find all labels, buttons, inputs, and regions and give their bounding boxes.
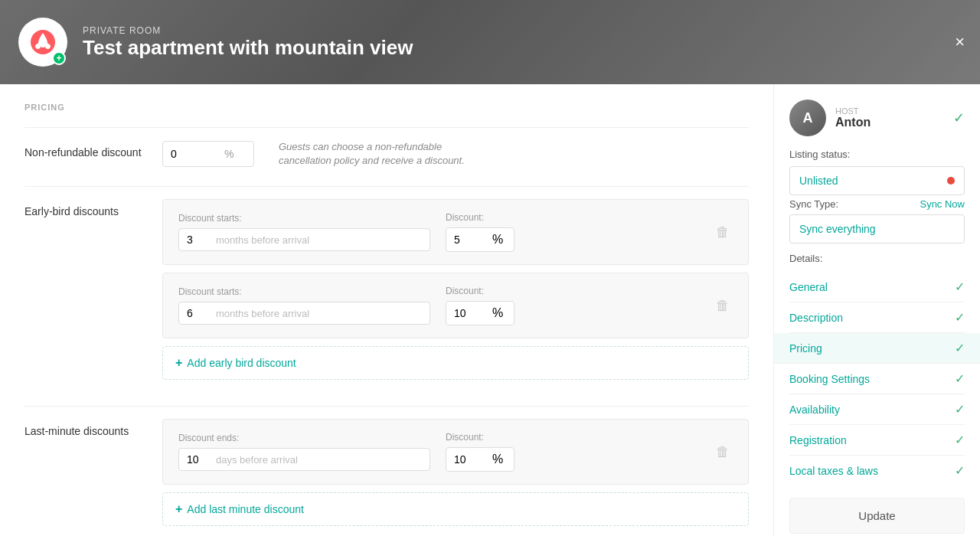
last-minute-controls: Discount ends: days before arrival Disco… xyxy=(162,419,749,534)
detail-item-description[interactable]: Description ✓ xyxy=(789,302,965,333)
last-minute-label: Last-minute discounts xyxy=(24,419,147,437)
detail-item-description-label: Description xyxy=(789,312,843,324)
plus-badge: + xyxy=(52,51,66,65)
detail-item-availability[interactable]: Availability ✓ xyxy=(789,394,965,425)
non-refundable-hint: Guests can choose a non-refundable cance… xyxy=(279,140,493,168)
sync-row: Sync Type: Sync Now xyxy=(789,198,965,210)
listing-status-select[interactable]: Unlisted xyxy=(789,166,965,195)
avatar: A xyxy=(789,100,826,136)
last-minute-row: Last-minute discounts Discount ends: day… xyxy=(24,419,749,534)
sync-now-link[interactable]: Sync Now xyxy=(920,198,965,210)
discount-2-percent-input: % xyxy=(446,301,514,325)
discount-2-months-value[interactable] xyxy=(187,307,210,319)
last-minute-percent-value[interactable] xyxy=(454,453,492,466)
discount-2-percent-group: Discount: % xyxy=(446,286,697,325)
last-minute-days-input: days before arrival xyxy=(178,448,430,471)
detail-item-general-label: General xyxy=(789,281,828,293)
detail-item-registration-label: Registration xyxy=(789,434,847,446)
host-row: A HOST Anton ✓ xyxy=(789,100,965,136)
header-content: + PRIVATE ROOM Test apartment with mount… xyxy=(18,18,413,67)
early-bird-discount-2: Discount starts: months before arrival D… xyxy=(162,273,749,338)
add-last-minute-button[interactable]: + Add last minute discount xyxy=(162,492,749,526)
early-bird-discount-1: Discount starts: months before arrival D… xyxy=(162,199,749,265)
room-type: PRIVATE ROOM xyxy=(83,25,413,36)
detail-item-local-taxes-check: ✓ xyxy=(955,463,965,478)
discount-1-months-value[interactable] xyxy=(187,234,210,246)
divider-mid xyxy=(24,186,749,187)
discount-2-percent-value[interactable] xyxy=(454,307,492,319)
sync-type-value: Sync everything xyxy=(799,223,876,235)
last-minute-percent-suffix: % xyxy=(492,453,503,466)
divider-top xyxy=(24,127,749,128)
last-minute-discount-label: Discount: xyxy=(446,432,697,443)
add-early-bird-label: Add early bird discount xyxy=(187,357,296,369)
non-refundable-label: Non-refundable discount xyxy=(24,140,147,159)
delete-last-minute-1-button[interactable]: 🗑 xyxy=(713,441,733,463)
header-text: PRIVATE ROOM Test apartment with mountai… xyxy=(83,25,413,60)
non-refundable-suffix: % xyxy=(224,148,241,160)
early-bird-row: Early-bird discounts Discount starts: mo… xyxy=(24,199,749,387)
last-minute-ends-label: Discount ends: xyxy=(178,433,430,443)
non-refundable-input[interactable] xyxy=(163,142,224,166)
detail-item-general-check: ✓ xyxy=(955,279,965,294)
discount-1-starts-label: Discount starts: xyxy=(178,213,430,224)
sync-type-select[interactable]: Sync everything xyxy=(789,214,965,243)
detail-item-availability-label: Availability xyxy=(789,404,840,416)
detail-item-booking-settings-label: Booking Settings xyxy=(789,373,870,385)
discount-2-starts-label: Discount starts: xyxy=(178,286,430,297)
discount-1-months-label: months before arrival xyxy=(216,234,309,246)
early-bird-discount-1-row: Discount starts: months before arrival D… xyxy=(178,212,733,252)
detail-item-pricing-label: Pricing xyxy=(789,342,822,355)
detail-item-pricing-check: ✓ xyxy=(955,341,965,355)
details-label: Details: xyxy=(789,253,965,264)
delete-early-bird-2-button[interactable]: 🗑 xyxy=(713,295,733,317)
non-refundable-row: Non-refundable discount % Guests can cho… xyxy=(24,140,749,168)
status-dot xyxy=(947,177,955,185)
right-sidebar: A HOST Anton ✓ Listing status: Unlisted … xyxy=(773,84,980,536)
host-info: HOST Anton xyxy=(835,106,871,129)
last-minute-discount-1: Discount ends: days before arrival Disco… xyxy=(162,419,749,485)
discount-1-percent-group: Discount: % xyxy=(446,212,697,252)
host-check-icon: ✓ xyxy=(953,109,965,126)
detail-item-registration-check: ✓ xyxy=(955,433,965,447)
left-content: PRICING Non-refundable discount % Guests… xyxy=(0,84,773,536)
early-bird-controls: Discount starts: months before arrival D… xyxy=(162,199,749,387)
detail-item-pricing[interactable]: Pricing ✓ xyxy=(774,333,980,364)
last-minute-percent-group: Discount: % xyxy=(446,432,697,472)
add-last-minute-icon: + xyxy=(175,502,182,516)
discount-1-percent-suffix: % xyxy=(492,233,503,247)
detail-item-booking-settings[interactable]: Booking Settings ✓ xyxy=(789,364,965,394)
main-layout: PRICING Non-refundable discount % Guests… xyxy=(0,84,980,536)
discount-2-percent-suffix: % xyxy=(492,306,503,320)
discount-1-percent-value[interactable] xyxy=(454,234,492,246)
add-early-bird-button[interactable]: + Add early bird discount xyxy=(162,346,749,380)
delete-early-bird-1-button[interactable]: 🗑 xyxy=(713,221,733,243)
non-refundable-controls: % Guests can choose a non-refundable can… xyxy=(162,140,749,168)
close-button[interactable]: × xyxy=(955,34,965,51)
host-label: HOST xyxy=(835,106,871,116)
host-name: Anton xyxy=(835,116,871,129)
discount-2-starts-group: Discount starts: months before arrival xyxy=(178,286,430,325)
last-minute-ends-group: Discount ends: days before arrival xyxy=(178,433,430,471)
last-minute-days-label: days before arrival xyxy=(216,454,298,466)
discount-1-starts-group: Discount starts: months before arrival xyxy=(178,213,430,251)
detail-item-general[interactable]: General ✓ xyxy=(789,272,965,302)
divider-last-minute xyxy=(24,406,749,407)
pricing-section-label: PRICING xyxy=(24,103,749,112)
early-bird-discount-2-row: Discount starts: months before arrival D… xyxy=(178,286,733,325)
detail-item-booking-settings-check: ✓ xyxy=(955,371,965,386)
detail-item-local-taxes[interactable]: Local taxes & laws ✓ xyxy=(789,456,965,485)
last-minute-percent-input: % xyxy=(446,447,514,472)
update-button[interactable]: Update xyxy=(789,498,965,534)
detail-item-registration[interactable]: Registration ✓ xyxy=(789,425,965,456)
discount-2-discount-label: Discount: xyxy=(446,286,697,296)
listing-status-label: Listing status: xyxy=(789,149,965,160)
detail-item-availability-check: ✓ xyxy=(955,402,965,417)
add-early-bird-icon: + xyxy=(175,356,182,370)
discount-1-discount-label: Discount: xyxy=(446,212,697,223)
page-title: Test apartment with mountain view xyxy=(83,36,413,60)
non-refund-input-row: % Guests can choose a non-refundable can… xyxy=(162,140,749,168)
last-minute-days-value[interactable] xyxy=(187,453,210,466)
discount-2-months-input: months before arrival xyxy=(178,302,430,325)
last-minute-discount-1-row: Discount ends: days before arrival Disco… xyxy=(178,432,733,472)
